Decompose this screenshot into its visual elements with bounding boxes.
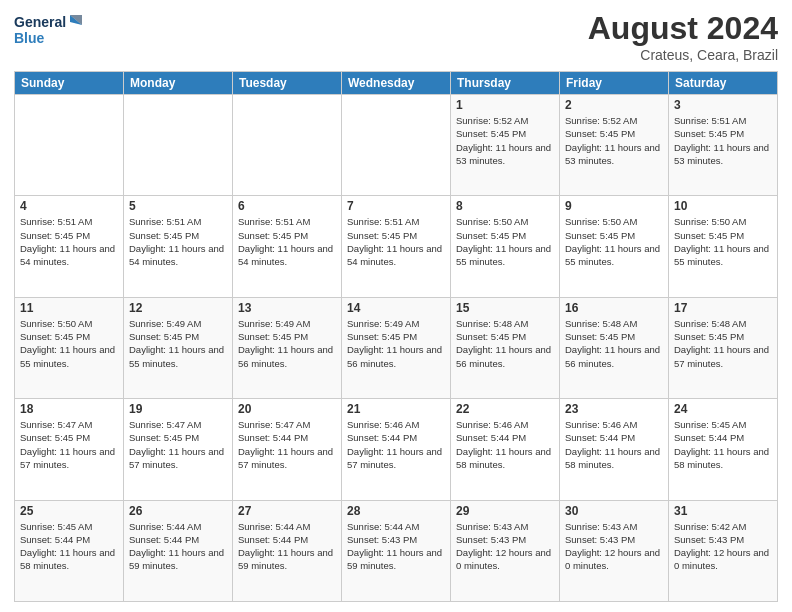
day-info: Sunrise: 5:51 AM Sunset: 5:45 PM Dayligh… xyxy=(347,215,445,268)
day-number: 3 xyxy=(674,98,772,112)
day-info: Sunrise: 5:42 AM Sunset: 5:43 PM Dayligh… xyxy=(674,520,772,573)
header-wednesday: Wednesday xyxy=(342,72,451,95)
logo: GeneralBlue xyxy=(14,10,84,50)
day-number: 2 xyxy=(565,98,663,112)
calendar-cell-1-6: 10Sunrise: 5:50 AM Sunset: 5:45 PM Dayli… xyxy=(669,196,778,297)
day-number: 17 xyxy=(674,301,772,315)
calendar-cell-3-2: 20Sunrise: 5:47 AM Sunset: 5:44 PM Dayli… xyxy=(233,399,342,500)
week-row-2: 11Sunrise: 5:50 AM Sunset: 5:45 PM Dayli… xyxy=(15,297,778,398)
calendar-cell-4-0: 25Sunrise: 5:45 AM Sunset: 5:44 PM Dayli… xyxy=(15,500,124,601)
day-number: 7 xyxy=(347,199,445,213)
day-info: Sunrise: 5:49 AM Sunset: 5:45 PM Dayligh… xyxy=(129,317,227,370)
header-row: Sunday Monday Tuesday Wednesday Thursday… xyxy=(15,72,778,95)
day-number: 8 xyxy=(456,199,554,213)
day-number: 14 xyxy=(347,301,445,315)
day-info: Sunrise: 5:48 AM Sunset: 5:45 PM Dayligh… xyxy=(674,317,772,370)
calendar-cell-0-1 xyxy=(124,95,233,196)
day-info: Sunrise: 5:46 AM Sunset: 5:44 PM Dayligh… xyxy=(565,418,663,471)
calendar-cell-4-6: 31Sunrise: 5:42 AM Sunset: 5:43 PM Dayli… xyxy=(669,500,778,601)
day-number: 29 xyxy=(456,504,554,518)
day-info: Sunrise: 5:43 AM Sunset: 5:43 PM Dayligh… xyxy=(456,520,554,573)
day-number: 19 xyxy=(129,402,227,416)
day-info: Sunrise: 5:47 AM Sunset: 5:45 PM Dayligh… xyxy=(20,418,118,471)
calendar-cell-2-2: 13Sunrise: 5:49 AM Sunset: 5:45 PM Dayli… xyxy=(233,297,342,398)
day-number: 11 xyxy=(20,301,118,315)
calendar-cell-1-2: 6Sunrise: 5:51 AM Sunset: 5:45 PM Daylig… xyxy=(233,196,342,297)
day-number: 25 xyxy=(20,504,118,518)
day-info: Sunrise: 5:50 AM Sunset: 5:45 PM Dayligh… xyxy=(456,215,554,268)
day-number: 31 xyxy=(674,504,772,518)
header-monday: Monday xyxy=(124,72,233,95)
header-thursday: Thursday xyxy=(451,72,560,95)
calendar-cell-1-5: 9Sunrise: 5:50 AM Sunset: 5:45 PM Daylig… xyxy=(560,196,669,297)
day-number: 12 xyxy=(129,301,227,315)
calendar-cell-2-0: 11Sunrise: 5:50 AM Sunset: 5:45 PM Dayli… xyxy=(15,297,124,398)
day-info: Sunrise: 5:49 AM Sunset: 5:45 PM Dayligh… xyxy=(347,317,445,370)
calendar-cell-0-3 xyxy=(342,95,451,196)
calendar-cell-4-5: 30Sunrise: 5:43 AM Sunset: 5:43 PM Dayli… xyxy=(560,500,669,601)
day-info: Sunrise: 5:51 AM Sunset: 5:45 PM Dayligh… xyxy=(129,215,227,268)
calendar-cell-4-3: 28Sunrise: 5:44 AM Sunset: 5:43 PM Dayli… xyxy=(342,500,451,601)
calendar-cell-3-0: 18Sunrise: 5:47 AM Sunset: 5:45 PM Dayli… xyxy=(15,399,124,500)
calendar-cell-2-5: 16Sunrise: 5:48 AM Sunset: 5:45 PM Dayli… xyxy=(560,297,669,398)
day-info: Sunrise: 5:44 AM Sunset: 5:44 PM Dayligh… xyxy=(238,520,336,573)
header-sunday: Sunday xyxy=(15,72,124,95)
calendar-cell-1-0: 4Sunrise: 5:51 AM Sunset: 5:45 PM Daylig… xyxy=(15,196,124,297)
day-number: 22 xyxy=(456,402,554,416)
calendar-subtitle: Crateus, Ceara, Brazil xyxy=(588,47,778,63)
day-info: Sunrise: 5:50 AM Sunset: 5:45 PM Dayligh… xyxy=(20,317,118,370)
week-row-0: 1Sunrise: 5:52 AM Sunset: 5:45 PM Daylig… xyxy=(15,95,778,196)
calendar-cell-2-4: 15Sunrise: 5:48 AM Sunset: 5:45 PM Dayli… xyxy=(451,297,560,398)
day-number: 18 xyxy=(20,402,118,416)
day-info: Sunrise: 5:48 AM Sunset: 5:45 PM Dayligh… xyxy=(565,317,663,370)
day-number: 6 xyxy=(238,199,336,213)
day-number: 16 xyxy=(565,301,663,315)
calendar-cell-0-0 xyxy=(15,95,124,196)
day-info: Sunrise: 5:51 AM Sunset: 5:45 PM Dayligh… xyxy=(674,114,772,167)
calendar-cell-0-5: 2Sunrise: 5:52 AM Sunset: 5:45 PM Daylig… xyxy=(560,95,669,196)
week-row-3: 18Sunrise: 5:47 AM Sunset: 5:45 PM Dayli… xyxy=(15,399,778,500)
day-number: 23 xyxy=(565,402,663,416)
day-info: Sunrise: 5:45 AM Sunset: 5:44 PM Dayligh… xyxy=(674,418,772,471)
calendar-cell-3-5: 23Sunrise: 5:46 AM Sunset: 5:44 PM Dayli… xyxy=(560,399,669,500)
header-friday: Friday xyxy=(560,72,669,95)
header-saturday: Saturday xyxy=(669,72,778,95)
day-info: Sunrise: 5:51 AM Sunset: 5:45 PM Dayligh… xyxy=(238,215,336,268)
calendar-cell-0-4: 1Sunrise: 5:52 AM Sunset: 5:45 PM Daylig… xyxy=(451,95,560,196)
calendar-title: August 2024 xyxy=(588,10,778,47)
day-info: Sunrise: 5:47 AM Sunset: 5:45 PM Dayligh… xyxy=(129,418,227,471)
day-info: Sunrise: 5:50 AM Sunset: 5:45 PM Dayligh… xyxy=(565,215,663,268)
calendar-cell-2-6: 17Sunrise: 5:48 AM Sunset: 5:45 PM Dayli… xyxy=(669,297,778,398)
calendar-cell-1-4: 8Sunrise: 5:50 AM Sunset: 5:45 PM Daylig… xyxy=(451,196,560,297)
week-row-4: 25Sunrise: 5:45 AM Sunset: 5:44 PM Dayli… xyxy=(15,500,778,601)
day-number: 30 xyxy=(565,504,663,518)
day-info: Sunrise: 5:52 AM Sunset: 5:45 PM Dayligh… xyxy=(565,114,663,167)
header-tuesday: Tuesday xyxy=(233,72,342,95)
calendar-cell-3-1: 19Sunrise: 5:47 AM Sunset: 5:45 PM Dayli… xyxy=(124,399,233,500)
day-info: Sunrise: 5:43 AM Sunset: 5:43 PM Dayligh… xyxy=(565,520,663,573)
calendar-cell-2-3: 14Sunrise: 5:49 AM Sunset: 5:45 PM Dayli… xyxy=(342,297,451,398)
svg-text:Blue: Blue xyxy=(14,30,45,46)
logo-svg: GeneralBlue xyxy=(14,10,84,50)
calendar-cell-1-3: 7Sunrise: 5:51 AM Sunset: 5:45 PM Daylig… xyxy=(342,196,451,297)
calendar-cell-4-2: 27Sunrise: 5:44 AM Sunset: 5:44 PM Dayli… xyxy=(233,500,342,601)
day-info: Sunrise: 5:45 AM Sunset: 5:44 PM Dayligh… xyxy=(20,520,118,573)
week-row-1: 4Sunrise: 5:51 AM Sunset: 5:45 PM Daylig… xyxy=(15,196,778,297)
day-info: Sunrise: 5:46 AM Sunset: 5:44 PM Dayligh… xyxy=(347,418,445,471)
day-number: 28 xyxy=(347,504,445,518)
calendar-cell-2-1: 12Sunrise: 5:49 AM Sunset: 5:45 PM Dayli… xyxy=(124,297,233,398)
calendar-table: Sunday Monday Tuesday Wednesday Thursday… xyxy=(14,71,778,602)
svg-text:General: General xyxy=(14,14,66,30)
day-number: 26 xyxy=(129,504,227,518)
page: GeneralBlue August 2024 Crateus, Ceara, … xyxy=(0,0,792,612)
day-info: Sunrise: 5:46 AM Sunset: 5:44 PM Dayligh… xyxy=(456,418,554,471)
day-number: 10 xyxy=(674,199,772,213)
calendar-body: 1Sunrise: 5:52 AM Sunset: 5:45 PM Daylig… xyxy=(15,95,778,602)
day-number: 5 xyxy=(129,199,227,213)
calendar-cell-4-1: 26Sunrise: 5:44 AM Sunset: 5:44 PM Dayli… xyxy=(124,500,233,601)
day-number: 27 xyxy=(238,504,336,518)
calendar-header: Sunday Monday Tuesday Wednesday Thursday… xyxy=(15,72,778,95)
day-number: 24 xyxy=(674,402,772,416)
day-number: 15 xyxy=(456,301,554,315)
day-info: Sunrise: 5:48 AM Sunset: 5:45 PM Dayligh… xyxy=(456,317,554,370)
